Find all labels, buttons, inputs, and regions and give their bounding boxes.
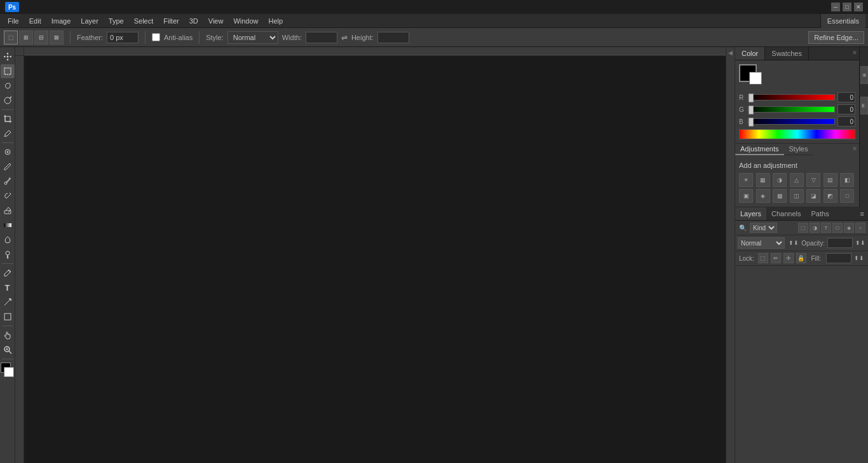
- green-value-input[interactable]: [837, 104, 855, 114]
- shape-tool[interactable]: [1, 310, 15, 324]
- filter-adjust-icon[interactable]: ◑: [810, 223, 820, 233]
- adjustments-panel-menu[interactable]: ≡: [850, 144, 859, 155]
- pen-tool[interactable]: [1, 266, 15, 280]
- clone-tool[interactable]: [1, 174, 15, 188]
- path-select-tool[interactable]: [1, 295, 15, 309]
- menu-select[interactable]: Select: [129, 16, 159, 26]
- color-lookup-icon[interactable]: ◫: [790, 189, 804, 203]
- marquee-tool[interactable]: [1, 64, 15, 78]
- photo-filter-icon[interactable]: ◈: [756, 189, 770, 203]
- new-selection-icon[interactable]: ⬚: [4, 31, 18, 45]
- tab-styles[interactable]: Styles: [784, 144, 813, 155]
- filter-type-icon[interactable]: T: [821, 223, 831, 233]
- exposure-icon[interactable]: △: [790, 173, 804, 187]
- lock-transparent-icon[interactable]: ⬚: [758, 253, 768, 263]
- lock-all-icon[interactable]: 🔒: [796, 253, 806, 263]
- menu-3d[interactable]: 3D: [184, 16, 203, 26]
- filter-smart-icon[interactable]: ◈: [844, 223, 854, 233]
- tab-layers[interactable]: Layers: [735, 207, 766, 220]
- gradient-tool[interactable]: [1, 218, 15, 232]
- blue-value-input[interactable]: [837, 116, 855, 127]
- threshold-icon[interactable]: □: [840, 189, 854, 203]
- add-selection-icon[interactable]: ⊞: [19, 31, 33, 45]
- color-panel-menu[interactable]: ≡: [850, 47, 859, 60]
- brush-tool[interactable]: [1, 160, 15, 174]
- color-rail-icon-1[interactable]: ▣: [860, 66, 868, 84]
- menu-file[interactable]: File: [3, 16, 24, 26]
- opacity-input[interactable]: [827, 238, 853, 248]
- blue-slider-track[interactable]: [748, 118, 835, 125]
- opacity-arrows-icon[interactable]: ⬆⬇: [855, 240, 865, 246]
- move-tool[interactable]: [1, 50, 15, 64]
- dodge-tool[interactable]: [1, 247, 15, 261]
- swap-icon[interactable]: ⇌: [341, 33, 348, 42]
- vibrance-icon[interactable]: ▽: [806, 173, 820, 187]
- canvas-bg[interactable]: [24, 56, 726, 463]
- layers-kind-select[interactable]: Kind: [750, 223, 777, 233]
- blend-arrows-icon[interactable]: ⬆⬇: [789, 240, 799, 246]
- history-brush-tool[interactable]: [1, 189, 15, 203]
- brightness-contrast-icon[interactable]: ☀: [739, 173, 753, 187]
- blue-slider-thumb[interactable]: [749, 118, 754, 127]
- close-button[interactable]: ✕: [854, 3, 863, 11]
- menu-help[interactable]: Help: [264, 16, 288, 26]
- layers-blend-mode-select[interactable]: Normal Dissolve Multiply Screen: [738, 237, 785, 249]
- style-select[interactable]: Normal Fixed Ratio Fixed Size: [227, 31, 278, 44]
- tab-color[interactable]: Color: [735, 47, 765, 60]
- color-balance-icon[interactable]: ◧: [840, 173, 854, 187]
- type-tool[interactable]: T: [1, 280, 15, 294]
- maximize-button[interactable]: □: [843, 3, 851, 11]
- tab-swatches[interactable]: Swatches: [765, 47, 809, 60]
- red-slider-track[interactable]: [748, 94, 835, 100]
- menu-image[interactable]: Image: [46, 16, 76, 26]
- green-slider-track[interactable]: [748, 106, 835, 113]
- eyedropper-tool[interactable]: [1, 127, 15, 141]
- levels-icon[interactable]: ▦: [756, 173, 770, 187]
- lock-image-icon[interactable]: ✏: [771, 253, 781, 263]
- eraser-tool[interactable]: [1, 204, 15, 218]
- zoom-tool[interactable]: [1, 343, 15, 357]
- fill-arrows-icon[interactable]: ⬆⬇: [854, 255, 864, 261]
- channel-mixer-icon[interactable]: ▩: [773, 189, 787, 203]
- spot-heal-tool[interactable]: [1, 145, 15, 159]
- crop-tool[interactable]: [1, 112, 15, 126]
- refine-edge-button[interactable]: Refine Edge...: [808, 31, 864, 44]
- bw-icon[interactable]: ▣: [739, 189, 753, 203]
- blur-tool[interactable]: [1, 233, 15, 247]
- layers-panel-menu[interactable]: ≡: [857, 207, 868, 220]
- subtract-selection-icon[interactable]: ⊟: [34, 31, 48, 45]
- width-input[interactable]: [306, 32, 337, 43]
- red-value-input[interactable]: [837, 92, 855, 102]
- lasso-tool[interactable]: [1, 79, 15, 93]
- color-spectrum-bar[interactable]: [739, 129, 855, 139]
- menu-view[interactable]: View: [203, 16, 229, 26]
- hsl-icon[interactable]: ▤: [824, 173, 837, 187]
- height-input[interactable]: [377, 32, 409, 43]
- red-slider-thumb[interactable]: [749, 93, 754, 102]
- menu-layer[interactable]: Layer: [76, 16, 104, 26]
- layers-filter-search-icon[interactable]: 🔍: [738, 223, 748, 233]
- lock-position-icon[interactable]: ✛: [783, 253, 794, 263]
- collapse-button[interactable]: ◀: [726, 47, 735, 463]
- tab-adjustments[interactable]: Adjustments: [735, 144, 784, 155]
- background-color-swatch[interactable]: [4, 367, 14, 377]
- filter-shape-icon[interactable]: □: [832, 223, 843, 233]
- color-rail-icon-2[interactable]: ◧: [860, 97, 868, 114]
- fill-input[interactable]: [826, 253, 851, 263]
- green-slider-thumb[interactable]: [749, 106, 754, 114]
- anti-alias-checkbox[interactable]: [152, 33, 160, 41]
- filter-pixel-icon[interactable]: ⬚: [798, 223, 808, 233]
- tab-paths[interactable]: Paths: [806, 207, 834, 220]
- posterize-icon[interactable]: ◩: [824, 189, 837, 203]
- bg-color-box[interactable]: [749, 72, 762, 85]
- intersect-selection-icon[interactable]: ⊠: [50, 31, 64, 45]
- invert-icon[interactable]: ◪: [806, 189, 820, 203]
- workspace-selector[interactable]: Essentials: [820, 14, 865, 28]
- feather-input[interactable]: [107, 32, 139, 43]
- menu-edit[interactable]: Edit: [24, 16, 46, 26]
- curves-icon[interactable]: ◑: [773, 173, 787, 187]
- minimize-button[interactable]: ─: [831, 3, 840, 11]
- menu-filter[interactable]: Filter: [158, 16, 184, 26]
- menu-type[interactable]: Type: [104, 16, 129, 26]
- menu-window[interactable]: Window: [228, 16, 263, 26]
